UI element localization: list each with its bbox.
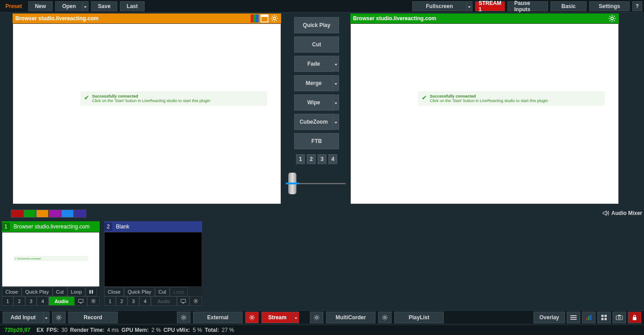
stream1-button[interactable]: STREAM 1 — [475, 1, 505, 11]
svg-point-12 — [58, 316, 60, 318]
merge-dropdown[interactable] — [333, 75, 339, 91]
external-button[interactable]: External — [193, 312, 243, 323]
pause-inputs-button[interactable]: Pause Inputs — [507, 1, 548, 11]
svg-rect-6 — [79, 299, 83, 302]
input-monitor-icon[interactable] — [75, 296, 87, 306]
add-input-button[interactable]: Add Input — [3, 312, 43, 323]
input-pause-button[interactable] — [85, 287, 97, 296]
input-loop-button[interactable]: Loop — [67, 287, 85, 296]
snapshot-icon[interactable] — [613, 312, 626, 323]
fade-button[interactable]: Fade — [294, 56, 333, 72]
preview-left-app-icon[interactable] — [260, 14, 269, 22]
input-monitor-icon[interactable] — [177, 296, 190, 306]
external-settings-icon[interactable] — [177, 312, 190, 323]
stream-dropdown[interactable] — [293, 312, 299, 323]
input-quickplay-button[interactable]: Quick Play — [22, 287, 53, 296]
t-bar-track — [292, 183, 346, 184]
svg-point-15 — [316, 316, 318, 318]
input-overlay-4[interactable]: 4 — [139, 296, 151, 306]
svg-rect-24 — [604, 315, 607, 317]
svg-point-16 — [384, 316, 386, 318]
input-overlay-3[interactable]: 3 — [128, 296, 139, 306]
preview-body-left[interactable]: ✔ Successfully connected Click on the 'S… — [13, 23, 281, 204]
multicorder-button[interactable]: MultiCorder — [326, 312, 375, 323]
save-button[interactable]: Save — [91, 1, 117, 11]
svg-rect-10 — [182, 303, 184, 303]
overlay-num-2[interactable]: 2 — [307, 154, 316, 164]
multicorder-settings-icon[interactable] — [310, 312, 323, 323]
last-button[interactable]: Last — [120, 1, 145, 11]
input-overlay-3[interactable]: 3 — [25, 296, 37, 306]
output-body[interactable]: ✔ Successfully connected Click on the 'S… — [350, 23, 619, 204]
basic-button[interactable]: Basic — [551, 1, 587, 11]
input-close-button[interactable]: Close — [2, 287, 22, 296]
category-purple[interactable] — [49, 210, 61, 218]
merge-button[interactable]: Merge — [294, 75, 333, 91]
input-overlay-1[interactable]: 1 — [2, 296, 13, 306]
grid-icon[interactable] — [597, 312, 611, 323]
wipe-dropdown[interactable] — [333, 94, 339, 111]
fade-dropdown[interactable] — [333, 56, 339, 72]
t-bar-handle[interactable] — [288, 173, 296, 194]
playlist-button[interactable]: PlayList — [394, 312, 444, 323]
input-cut-button[interactable]: Cut — [155, 287, 170, 296]
category-orange[interactable] — [36, 210, 49, 218]
output-settings-icon[interactable] — [608, 14, 616, 22]
input-thumbnail[interactable]: ✔ Successfully connected … — [2, 232, 100, 287]
wipe-button[interactable]: Wipe — [294, 94, 333, 111]
input-audio-button[interactable]: Audio — [151, 296, 177, 306]
settings-button[interactable]: Settings — [589, 1, 630, 11]
input-settings-icon[interactable] — [87, 296, 100, 306]
input-overlay-4[interactable]: 4 — [37, 296, 49, 306]
help-button[interactable]: ? — [632, 1, 642, 11]
overlay-num-4[interactable]: 4 — [328, 154, 337, 164]
input-audio-button[interactable]: Audio — [49, 296, 75, 306]
stream-settings-icon[interactable] — [245, 312, 259, 323]
svg-point-28 — [618, 317, 621, 319]
input-thumbnail[interactable] — [104, 232, 202, 287]
playlist-settings-icon[interactable] — [378, 312, 392, 323]
input-tile-1[interactable]: 1 Browser studio.livereacting.com ✔ Succ… — [2, 221, 100, 306]
cubezoom-button[interactable]: CubeZoom — [294, 114, 333, 130]
new-button[interactable]: New — [28, 1, 53, 11]
overlay-num-1[interactable]: 1 — [296, 154, 305, 164]
overlay-button[interactable]: Overlay — [534, 312, 565, 323]
input-overlay-2[interactable]: 2 — [13, 296, 25, 306]
svg-rect-7 — [80, 303, 81, 303]
input-close-button[interactable]: Close — [104, 287, 124, 296]
svg-point-11 — [195, 300, 197, 302]
input-overlay-2[interactable]: 2 — [116, 296, 128, 306]
category-green[interactable] — [23, 210, 36, 218]
open-button[interactable]: Open — [55, 1, 82, 11]
input-overlay-1[interactable]: 1 — [104, 296, 116, 306]
fullscreen-dropdown[interactable] — [466, 1, 472, 11]
open-dropdown[interactable] — [82, 1, 88, 11]
record-settings-icon[interactable] — [52, 312, 66, 323]
cut-button[interactable]: Cut — [294, 36, 339, 53]
preview-left-settings-icon[interactable] — [270, 14, 278, 22]
add-input-dropdown[interactable] — [43, 312, 49, 323]
cubezoom-dropdown[interactable] — [333, 114, 339, 130]
input-quickplay-button[interactable]: Quick Play — [124, 287, 155, 296]
input-title: Blank — [112, 223, 129, 230]
meter-icon[interactable] — [582, 312, 595, 323]
color-indicator-icon[interactable] — [251, 14, 259, 22]
quick-play-button[interactable]: Quick Play — [294, 17, 339, 33]
status-resolution: 720p29,97 — [4, 327, 30, 333]
record-button[interactable]: Record — [68, 312, 118, 323]
input-settings-icon[interactable] — [190, 296, 202, 306]
list-icon[interactable] — [567, 312, 580, 323]
category-indigo[interactable] — [74, 210, 86, 218]
input-title: Browser studio.livereacting.com — [10, 223, 89, 230]
stream-button[interactable]: Stream — [261, 312, 293, 323]
audio-mixer-toggle[interactable]: Audio Mixer — [602, 210, 642, 217]
category-blue[interactable] — [61, 210, 74, 218]
input-loop-button[interactable]: Loop — [170, 287, 188, 296]
input-cut-button[interactable]: Cut — [53, 287, 67, 296]
input-tile-2[interactable]: 2 Blank Close Quick Play Cut Loop 1 2 3 … — [104, 221, 202, 306]
lock-icon[interactable] — [628, 312, 641, 323]
overlay-num-3[interactable]: 3 — [318, 154, 326, 164]
category-red[interactable] — [11, 210, 23, 218]
ftb-button[interactable]: FTB — [294, 133, 339, 149]
fullscreen-button[interactable]: Fullscreen — [412, 1, 466, 11]
